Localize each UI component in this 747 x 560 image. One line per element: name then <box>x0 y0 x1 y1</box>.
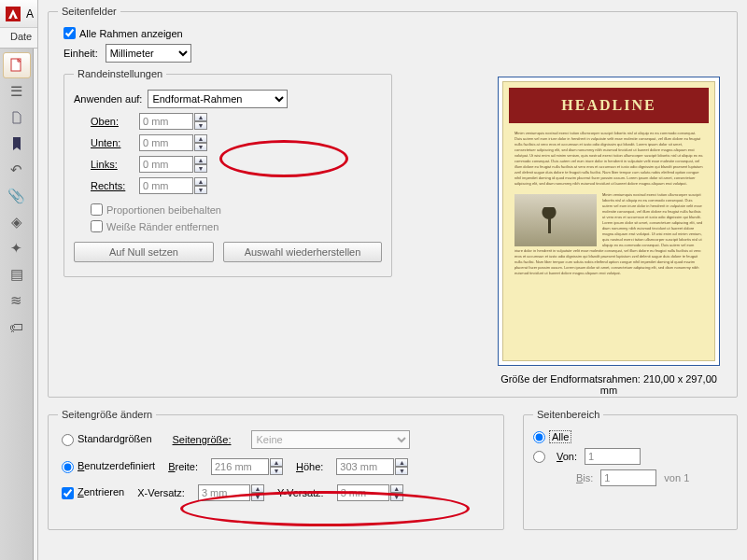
lines-icon[interactable]: ≋ <box>3 287 31 314</box>
left-spinner[interactable]: ▲▼ <box>194 156 207 173</box>
height-spinner[interactable]: ▲▼ <box>395 458 408 475</box>
range-to-label: Bis: <box>576 472 593 483</box>
wand-icon[interactable]: ✦ <box>3 235 31 261</box>
show-all-frames-checkbox[interactable] <box>63 27 76 39</box>
std-sizes-radio[interactable] <box>62 434 74 446</box>
page-fields-group: Seitenfelder Alle Rahmen anzeigen Einhei… <box>48 6 738 398</box>
remove-white-label: Weiße Ränder entfernen <box>106 221 218 232</box>
top-label: Oben: <box>91 116 139 127</box>
range-from-input[interactable] <box>585 448 641 465</box>
xoffset-label: X-Versatz: <box>137 487 185 498</box>
show-all-frames-label: Alle Rahmen anzeigen <box>79 28 183 39</box>
attachment-icon[interactable]: 📎 <box>3 183 31 209</box>
bottom-input[interactable] <box>139 134 193 151</box>
page-fields-legend: Seitenfelder <box>58 6 120 17</box>
range-from-radio[interactable] <box>533 451 545 463</box>
right-label: Rechts: <box>91 180 139 191</box>
preview-frame: HEADLINE Minim veniamquis nostrud exerci… <box>498 77 720 366</box>
height-input[interactable] <box>336 458 394 475</box>
dialog-body: Seitenfelder Alle Rahmen anzeigen Einhei… <box>37 0 747 560</box>
center-label: Zentrieren <box>78 486 124 497</box>
preview-body: Minim veniamquis nostrud exerci tation u… <box>514 131 703 351</box>
right-spinner[interactable]: ▲▼ <box>194 177 207 194</box>
width-spinner[interactable]: ▲▼ <box>270 458 283 475</box>
xoffset-input[interactable] <box>198 484 250 501</box>
custom-label: BBenutzerdefiniertenutzerdefiniert <box>78 460 155 471</box>
preview-image <box>514 194 597 246</box>
bottom-spinner[interactable]: ▲▼ <box>194 134 207 151</box>
custom-radio[interactable] <box>62 461 74 473</box>
left-label: Links: <box>91 159 139 170</box>
yoffset-label: Y-Versatz: <box>277 487 324 498</box>
page-range-legend: Seitenbereich <box>533 409 603 420</box>
range-of-label: von 1 <box>664 472 689 483</box>
ribbon-icon[interactable] <box>3 131 31 157</box>
pagesize-label: Seitengröße: <box>173 434 232 445</box>
page-range-group: Seitenbereich Alle Von: Bis: von 1 <box>523 409 738 530</box>
pagesize-select[interactable]: Keine <box>251 430 410 449</box>
layers-icon[interactable]: ◈ <box>3 209 31 235</box>
keep-proportions-checkbox[interactable] <box>91 203 103 216</box>
preview-headline: HEADLINE <box>509 88 709 123</box>
unit-select[interactable]: Millimeter <box>106 44 191 63</box>
bottom-label: Unten: <box>91 137 139 148</box>
width-label: Breite: <box>168 461 198 472</box>
undo-icon[interactable]: ↶ <box>3 157 31 183</box>
height-label: Höhe: <box>296 461 323 472</box>
center-checkbox[interactable] <box>62 487 74 499</box>
tag-icon[interactable]: 🏷 <box>3 314 31 340</box>
std-sizes-label: Standardgrößen <box>78 433 152 444</box>
page-size-legend: Seitengröße ändern <box>58 409 156 420</box>
page-thumb-tool[interactable] <box>3 52 31 78</box>
apply-to-label: Anwenden auf: <box>74 93 142 105</box>
page-size-group: Seitengröße ändern Standardgrößen Seiten… <box>48 409 504 530</box>
app-icon <box>6 7 21 21</box>
bookmark-icon[interactable] <box>3 105 31 131</box>
range-all-radio[interactable] <box>533 431 545 443</box>
reset-button[interactable]: Auf Null setzen <box>74 242 214 262</box>
xoffset-spinner[interactable]: ▲▼ <box>251 484 264 501</box>
width-input[interactable] <box>211 458 269 475</box>
yoffset-input[interactable] <box>337 484 389 501</box>
left-toolbar: ☰ ↶ 📎 ◈ ✦ ▤ ≋ 🏷 <box>0 49 34 560</box>
range-from-label: Von: <box>557 451 577 462</box>
unit-label: Einheit: <box>63 48 98 59</box>
top-input[interactable] <box>139 113 193 130</box>
app-prefix: A <box>26 7 34 21</box>
yoffset-spinner[interactable]: ▲▼ <box>390 484 403 501</box>
bookmarks-tool[interactable]: ☰ <box>3 78 31 105</box>
preview-panel: HEADLINE Minim veniamquis nostrud exerci… <box>498 77 720 396</box>
menu-file[interactable]: Date <box>5 28 37 45</box>
remove-white-checkbox[interactable] <box>91 220 103 232</box>
doc-icon[interactable]: ▤ <box>3 261 31 287</box>
top-spinner[interactable]: ▲▼ <box>194 113 207 130</box>
margin-settings-group: Randeinstellungen Anwenden auf: Endforma… <box>63 68 392 277</box>
range-all-label: Alle <box>549 430 571 443</box>
apply-to-select[interactable]: Endformat-Rahmen <box>148 90 288 108</box>
preview-caption: Größe der Endformatsrahmen: 210,00 x 297… <box>498 373 720 396</box>
left-input[interactable] <box>139 156 193 173</box>
margin-settings-legend: Randeinstellungen <box>74 68 166 79</box>
keep-proportions-label: Proportionen beibehalten <box>106 204 221 216</box>
right-input[interactable] <box>139 177 193 194</box>
restore-button[interactable]: Auswahl wiederherstellen <box>223 242 382 262</box>
preview-page: HEADLINE Minim veniamquis nostrud exerci… <box>502 81 715 361</box>
range-to-input[interactable] <box>600 469 656 486</box>
